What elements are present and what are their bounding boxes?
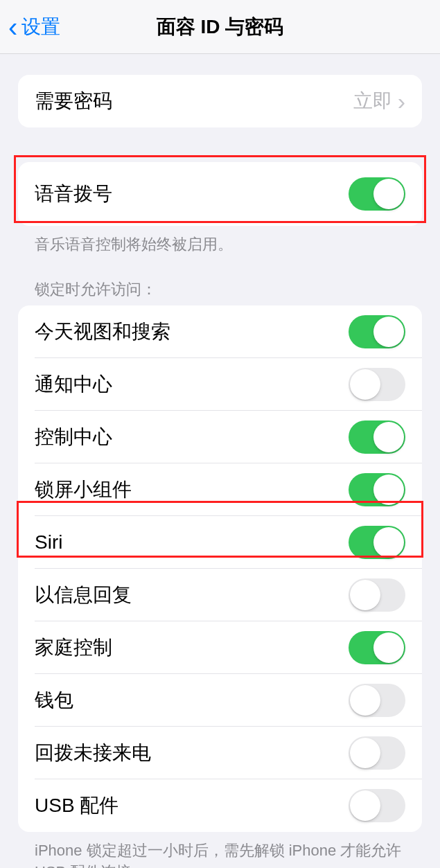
wallet-label: 钱包 [35,687,73,714]
toggle-knob [373,527,404,558]
reply-message-toggle[interactable] [349,578,405,612]
usb-footer: iPhone 锁定超过一小时后，需先解锁 iPhone 才能允许USB 配件连接… [35,840,405,868]
return-missed-call-label: 回拨未接来电 [35,740,151,766]
reply-message-label: 以信息回复 [35,582,132,608]
control-center-toggle[interactable] [349,420,405,454]
require-passcode-label: 需要密码 [35,88,112,114]
voice-dial-label: 语音拨号 [35,181,112,207]
usb-accessories-row: USB 配件 [18,779,422,832]
toggle-knob [350,738,380,768]
return-missed-call-row: 回拨未接来电 [18,727,422,779]
require-passcode-row[interactable]: 需要密码 立即 › [18,75,422,127]
wallet-row: 钱包 [18,674,422,727]
control-center-row: 控制中心 [18,411,422,463]
toggle-knob [373,422,404,452]
toggle-knob [350,790,380,821]
lock-section-header: 锁定时允许访问： [35,279,405,300]
header: ‹ 设置 面容 ID 与密码 [0,0,440,54]
toggle-knob [373,632,404,663]
chevron-left-icon: ‹ [8,13,17,41]
voice-dial-footer: 音乐语音控制将始终被启用。 [35,234,405,256]
home-control-label: 家庭控制 [35,635,112,661]
return-missed-call-toggle[interactable] [349,736,405,770]
today-view-label: 今天视图和搜索 [35,319,170,345]
content: 需要密码 立即 › 语音拨号 音乐语音控制将始终被启用。 锁定时允许访问： 今天… [0,75,440,868]
lock-widgets-toggle[interactable] [349,473,405,506]
today-view-toggle[interactable] [349,315,405,348]
back-label: 设置 [21,14,60,40]
lock-widgets-row: 锁屏小组件 [18,463,422,516]
require-passcode-right: 立即 › [353,88,405,115]
usb-accessories-label: USB 配件 [35,792,118,819]
notification-center-toggle[interactable] [349,368,405,401]
page-title: 面容 ID 与密码 [157,14,284,40]
lock-access-group: 今天视图和搜索 通知中心 控制中心 锁屏小组件 Siri 以信息回复 家庭控制 [18,305,422,832]
reply-message-row: 以信息回复 [18,569,422,621]
wallet-toggle[interactable] [349,684,405,717]
toggle-knob [373,475,404,505]
toggle-knob [373,179,404,209]
voice-dial-toggle[interactable] [349,177,405,211]
siri-label: Siri [35,531,62,553]
toggle-knob [350,369,380,400]
require-passcode-value: 立即 [353,88,392,114]
voice-dial-row: 语音拨号 [18,162,422,226]
home-control-row: 家庭控制 [18,621,422,674]
today-view-row: 今天视图和搜索 [18,305,422,358]
notification-center-row: 通知中心 [18,358,422,411]
voice-dial-group: 语音拨号 [18,162,422,226]
notification-center-label: 通知中心 [35,371,112,398]
control-center-label: 控制中心 [35,424,112,450]
siri-row: Siri [18,516,422,569]
usb-accessories-toggle[interactable] [349,789,405,822]
toggle-knob [350,580,380,610]
require-passcode-group: 需要密码 立即 › [18,75,422,127]
back-button[interactable]: ‹ 设置 [0,13,60,41]
chevron-right-icon: › [398,88,405,115]
toggle-knob [350,685,380,716]
toggle-knob [373,317,404,347]
lock-widgets-label: 锁屏小组件 [35,477,132,503]
siri-toggle[interactable] [349,526,405,559]
home-control-toggle[interactable] [349,631,405,664]
